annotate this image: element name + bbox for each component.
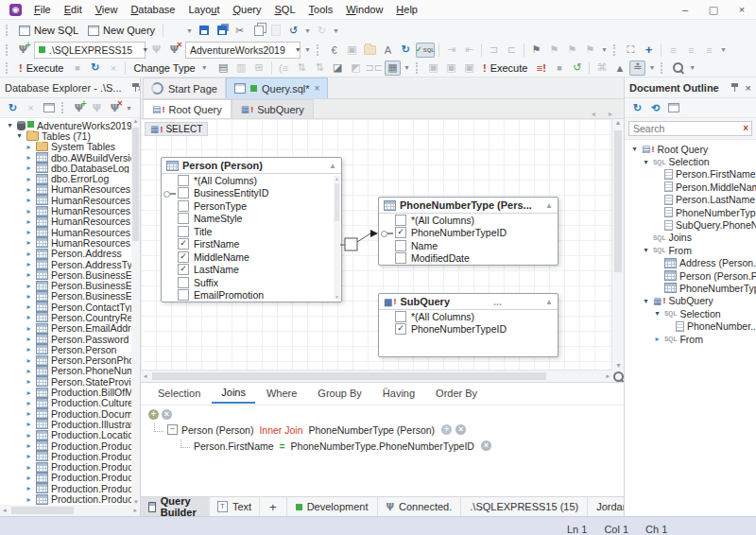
join-expression[interactable]: Person (Person) Inner Join PhoneNumberTy… [181,424,438,436]
expand-icon[interactable]: ▸ [25,143,33,151]
outline-tree-item[interactable]: SubQuery.PhoneNum... [625,218,756,231]
pin-icon[interactable] [730,82,739,93]
new-query-button[interactable]: New Query [83,25,160,36]
criteria-tab-order-by[interactable]: Order By [426,385,487,403]
grid-view-icon[interactable]: ▦ [385,60,401,76]
connect-icon[interactable]: Ψ [89,100,105,115]
field-checkbox[interactable] [178,175,189,186]
expand-icon[interactable]: ▸ [25,238,33,247]
toolbar-grip[interactable] [61,102,66,113]
field-checkbox[interactable] [395,215,406,226]
explorer-tree-item[interactable]: ▸Person.ContactType [0,302,140,312]
maximize-button[interactable]: ▢ [699,0,728,19]
field-row[interactable]: Suffix [162,276,341,289]
explorer-tree-item[interactable]: ▸Person.BusinessEntit [0,269,140,280]
collapse-table-icon[interactable]: ▲ [545,201,553,210]
menu-view[interactable]: View [89,4,125,15]
field-checkbox[interactable]: ✓ [178,238,189,250]
field-row[interactable]: BusinessEntityID [162,187,341,200]
toolbar-grip[interactable] [6,62,10,74]
outline-tree-item[interactable]: Person (Person.Pers... [625,269,756,282]
delete-icon[interactable]: × [23,100,39,115]
align-right-icon[interactable]: ≡ [701,43,717,58]
field-row[interactable]: Name [379,239,558,252]
outline-tree-item[interactable]: ▾▤Root Query [625,143,756,155]
explorer-tree-item[interactable]: ▸Production.Product [0,440,140,451]
menu-edit[interactable]: Edit [58,4,89,15]
collapse-table-icon[interactable]: ▲ [329,162,336,170]
table-scrollbar[interactable]: ▲▼ [334,176,340,300]
refresh-icon[interactable]: ↻ [5,100,21,115]
expand-icon[interactable]: ▸ [25,356,33,365]
sort-asc-icon[interactable]: ⇅ [294,60,310,76]
expand-icon[interactable]: ▸ [25,431,33,440]
close-icon[interactable]: × [746,82,751,94]
comment-icon[interactable]: ⊐ [486,43,502,58]
explorer-tree-item[interactable]: ▸Production.Illustratio [0,419,140,429]
zoom-tool-icon[interactable] [612,371,624,382]
explorer-tree-item[interactable]: ▸dbo.DatabaseLog [0,163,140,173]
db-tasks-icon[interactable]: ▣ [425,60,441,76]
connect-icon[interactable]: Ψ [148,43,164,58]
field-row[interactable]: NameStyle [162,213,341,226]
expand-icon[interactable]: ▸ [25,153,33,162]
explorer-tree-item[interactable]: ▾AdventureWorks2019 [0,120,140,130]
collapse-table-icon[interactable]: ▲ [545,298,553,306]
collapse-pane-icon[interactable]: ⌄ [383,382,390,391]
db-restore-icon[interactable]: ▣ [461,60,477,76]
explorer-tree-item[interactable]: ▸Production.ProductCo [0,462,140,473]
explorer-tree-item[interactable]: ▸HumanResources.Shi [0,237,140,248]
explorer-horizontal-scrollbar[interactable]: ◂▸ [0,505,140,516]
field-row[interactable]: PersonType [162,199,341,213]
text-case-icon[interactable]: A [380,43,396,58]
chevron-down-icon[interactable]: ▼ [186,27,193,34]
bookmark-icon[interactable]: ⚑ [528,43,544,58]
tab-scroll-arrows[interactable]: ◂ ▸ [592,110,624,118]
collapse-icon[interactable]: ▾ [6,121,14,129]
explorer-tree-item[interactable]: ▸Person.BusinessEntit [0,280,140,290]
export-icon[interactable]: ▲ [611,60,627,76]
diagram-table-phone[interactable]: PhoneNumberType (Pers...▲*(All Columns)✓… [378,197,558,266]
cancel-icon[interactable]: × [105,60,121,76]
toolbar-grip[interactable] [6,44,10,56]
erase-icon[interactable]: ◪ [330,60,346,76]
expand-icon[interactable]: ▸ [25,292,33,301]
field-checkbox[interactable] [178,213,189,224]
explorer-tree-item[interactable]: ▸Person.PhoneNumbe [0,366,140,376]
close-tab-icon[interactable]: × [315,83,320,94]
status-segment-development[interactable]: Development [286,497,377,516]
tab-query-builder[interactable]: Query Builder [141,497,209,516]
join-condition[interactable]: Person.FirstName = PhoneNumberType.Phone… [194,440,477,452]
explorer-tree-item[interactable]: ▸dbo.ErrorLog [0,173,140,183]
execute-secondary-button[interactable]: ! Execute [478,62,532,74]
new-connection-icon[interactable]: Ψ+ [71,100,87,115]
criteria-tab-joins[interactable]: Joins [212,384,255,404]
refresh-icon[interactable]: ↻ [398,43,414,58]
field-checkbox[interactable] [178,187,189,198]
bookmark-prev-icon[interactable]: ⚑ [546,43,562,58]
new-connection-icon[interactable]: Ψ+ [15,43,31,58]
paste-icon[interactable] [267,23,284,38]
menu-layout[interactable]: Layout [181,4,226,15]
explorer-tree-item[interactable]: ▸HumanResources.Job [0,227,140,237]
field-row[interactable]: *(All Columns) [379,214,558,227]
attach-icon[interactable]: ⊐⊏ [366,60,383,76]
field-checkbox[interactable] [178,277,189,288]
expand-icon[interactable]: ▸ [25,175,33,183]
fit-to-screen-icon[interactable]: ⛶ [623,43,639,58]
outline-tree-item[interactable]: Person.FirstName [625,168,756,181]
collapse-icon[interactable]: ▾ [642,246,650,254]
add-view-button[interactable]: + [260,500,286,514]
remove-condition-icon[interactable]: × [481,440,491,451]
explorer-tree-item[interactable]: ▸Production.ProductDo [0,483,140,493]
new-pivot-icon[interactable]: ▤ [215,60,232,76]
field-row[interactable]: ModifiedDate [379,252,558,266]
outline-tree-item[interactable]: PhoneNumberType.P... [625,206,756,218]
explorer-tree-item[interactable]: ▸Person.Person [0,344,140,354]
erase-all-icon[interactable]: ◩ [348,60,364,76]
explorer-tree-item[interactable]: ▸Person.PersonPhone [0,355,140,366]
explorer-tree-item[interactable]: ▸Person.CountryRegio [0,312,140,322]
expand-icon[interactable]: ▸ [653,335,662,343]
expand-icon[interactable]: ▸ [25,270,33,279]
field-checkbox[interactable] [395,240,406,251]
